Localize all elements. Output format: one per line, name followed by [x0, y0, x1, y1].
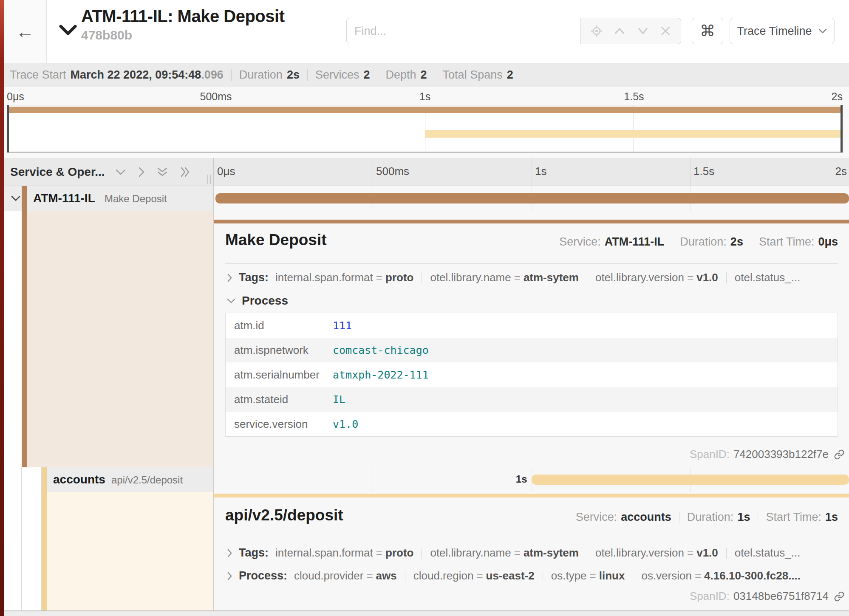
meta-label: Start Time:: [766, 511, 821, 524]
trace-view-selector[interactable]: Trace Timeline: [730, 18, 835, 44]
summary-item: Total Spans 2: [427, 68, 513, 82]
indent-shade: [27, 211, 213, 467]
minimap-tick: 0μs: [7, 90, 24, 103]
summary-item: Trace Start March 22 2022, 09:54:48 .096: [10, 68, 224, 82]
meta-value: 1s: [737, 511, 750, 524]
span-duration-bar[interactable]: [215, 193, 849, 203]
minimap-viewport[interactable]: [7, 105, 843, 153]
span-row-atm-111-il[interactable]: ATM-111-IL Make Deposit: [4, 186, 849, 211]
minimap-tick: 1s: [419, 90, 430, 103]
minimap-right-handle[interactable]: [841, 105, 843, 153]
meta-value: 2s: [730, 235, 743, 249]
process-key: atm.serialnumber: [226, 368, 333, 381]
process-kv-item: os.type = linux: [535, 569, 625, 582]
collapse-all-icon[interactable]: [180, 167, 191, 178]
service-color-stripe: [22, 211, 27, 467]
chevron-right-icon: [226, 548, 233, 558]
span-meta: Service: accounts Duration: 1s Start Tim…: [576, 511, 838, 524]
span-meta: Service: ATM-111-IL Duration: 2s Start T…: [559, 235, 838, 249]
process-row: atm.stateid IL: [226, 387, 838, 412]
tags-label: Tags:: [239, 546, 269, 559]
process-value: 4.16.10-300.fc28....: [704, 569, 801, 582]
tag-key: otel.status_...: [735, 546, 801, 559]
timeline-gridline: [690, 158, 691, 186]
span-id-label: SpanID:: [690, 590, 730, 603]
span-rows: ATM-111-IL Make Deposit Make Deposit Ser…: [4, 186, 849, 610]
expand-one-level-icon[interactable]: [115, 169, 126, 175]
process-equals: =: [695, 569, 701, 582]
chevron-down-icon: [11, 195, 21, 202]
find-input[interactable]: [346, 18, 581, 44]
summary-suffix: .096: [201, 68, 224, 82]
indent-guide: [4, 467, 22, 492]
tag-item: otel.library.name = atm-sytem: [413, 546, 579, 559]
summary-label: Trace Start: [10, 68, 66, 82]
next-match-icon[interactable]: [636, 24, 650, 38]
minimap-left-handle[interactable]: [7, 105, 9, 153]
process-row: service.version v1.0: [226, 412, 838, 436]
trace-summary-bar: Trace Start March 22 2022, 09:54:48 .096…: [4, 63, 849, 87]
summary-label: Total Spans: [443, 68, 503, 82]
divider: [225, 539, 838, 539]
tag-key: otel.status_...: [735, 271, 801, 284]
tag-key: internal.span.format: [275, 546, 373, 559]
span-detail-api-deposit: api/v2.5/deposit Service: accounts Durat…: [4, 492, 849, 610]
link-icon[interactable]: [834, 591, 845, 602]
meta-label: Duration:: [680, 235, 727, 249]
trace-id: 478b80b: [81, 28, 132, 42]
collapse-one-level-icon[interactable]: [138, 167, 145, 178]
span-duration-bar[interactable]: [532, 475, 849, 485]
span-row-timeline-cell: [214, 186, 849, 211]
meta-value: 0μs: [818, 235, 838, 249]
process-kv-item: cloud.region = us-east-2: [397, 569, 535, 582]
meta-label: Service:: [559, 235, 601, 249]
span-id-value: 03148be6751f8714: [733, 590, 829, 603]
back-button[interactable]: ←: [4, 0, 47, 63]
chevron-down-icon: [818, 28, 827, 34]
meta-item: Duration: 1s: [671, 511, 750, 524]
detail-panel: api/v2.5/deposit Service: accounts Durat…: [214, 492, 849, 610]
chevron-right-icon: [226, 571, 233, 581]
tag-value: v1.0: [696, 546, 718, 559]
view-selector-label: Trace Timeline: [737, 25, 812, 38]
keyboard-shortcuts-button[interactable]: ⌘: [692, 18, 723, 44]
locate-match-icon[interactable]: [590, 24, 603, 38]
meta-value: ATM-111-IL: [605, 235, 665, 249]
tag-key: otel.library.name: [430, 546, 511, 559]
operation-name: api/v2.5/deposit: [111, 474, 183, 486]
process-kv-item: os.version = 4.16.10-300.fc28....: [625, 569, 801, 582]
operation-name: Make Deposit: [105, 193, 167, 205]
tag-key: otel.library.version: [595, 271, 684, 284]
process-value: aws: [376, 569, 397, 582]
process-equals: =: [476, 569, 483, 582]
meta-item: Start Time: 0μs: [743, 235, 838, 249]
tag-equals: =: [376, 271, 382, 284]
tag-value: proto: [385, 271, 413, 284]
span-row-timeline-cell: 1s: [214, 467, 849, 492]
expand-all-icon[interactable]: [157, 167, 168, 178]
service-color-stripe: [42, 492, 47, 610]
collapse-trace-toggle[interactable]: [59, 25, 77, 36]
detail-indent-cell: [4, 492, 214, 610]
collapse-span-chevron[interactable]: [11, 195, 21, 202]
process-row: atm.ispnetwork comcast-chicago: [226, 338, 838, 362]
meta-item: Service: accounts: [576, 511, 671, 524]
tags-row[interactable]: Tags: internal.span.format = proto otel.…: [226, 271, 838, 284]
tag-key: otel.library.version: [595, 546, 684, 559]
process-row-inline[interactable]: Process: cloud.provider = aws cloud.regi…: [226, 569, 838, 582]
indent-guide: [22, 467, 42, 492]
timeline-gridline: [373, 158, 373, 186]
summary-label: Depth: [386, 68, 416, 82]
prev-match-icon[interactable]: [613, 24, 626, 38]
minimap-span-bar-1: [7, 107, 843, 113]
tags-row[interactable]: Tags: internal.span.format = proto otel.…: [226, 546, 838, 559]
tag-equals: =: [687, 546, 693, 559]
span-row-accounts[interactable]: accounts api/v2.5/deposit 1s: [4, 467, 849, 492]
find-controls: [581, 18, 681, 44]
link-icon[interactable]: [834, 449, 845, 460]
detail-indent-cell: [4, 211, 214, 467]
process-section-toggle[interactable]: Process: [226, 294, 288, 308]
column-resize-handle[interactable]: [207, 175, 211, 184]
process-value: comcast-chicago: [333, 344, 429, 356]
clear-find-icon[interactable]: [659, 25, 672, 37]
